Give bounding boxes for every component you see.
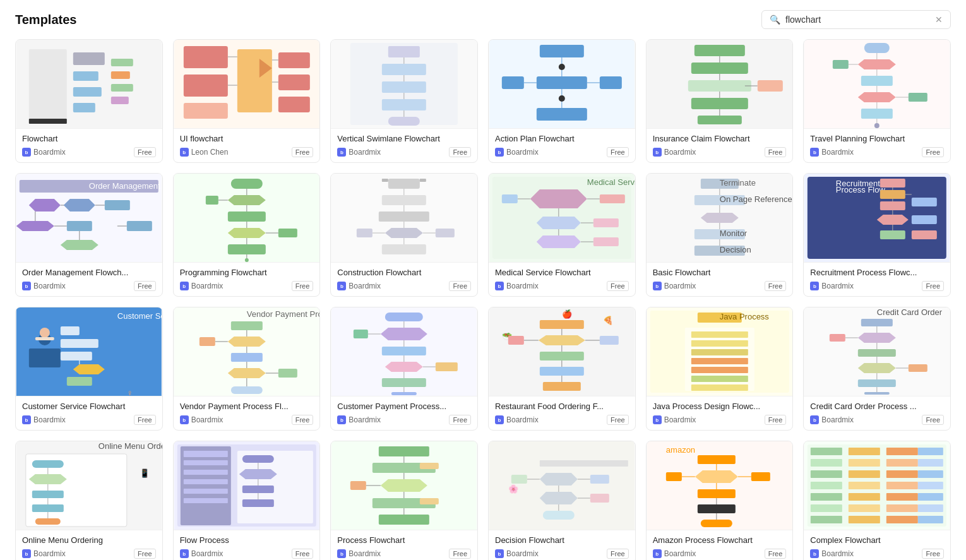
template-card[interactable]: Process FlowchartbBoardmixFree xyxy=(330,441,478,560)
card-title: Customer Service Flowchart xyxy=(22,402,156,411)
svg-rect-339 xyxy=(886,448,918,455)
card-meta: bBoardmixFree xyxy=(653,549,787,559)
boardmix-logo: b xyxy=(495,148,504,157)
card-author: bBoardmix xyxy=(495,282,539,290)
svg-rect-355 xyxy=(886,493,918,501)
svg-rect-272 xyxy=(32,504,64,512)
svg-rect-58 xyxy=(757,80,782,92)
card-title: Basic Flowchart xyxy=(653,268,787,277)
card-info: Insurance Claim FlowchartbBoardmixFree xyxy=(647,128,793,162)
template-preview: Customer Service ♀ xyxy=(16,307,162,396)
search-input[interactable] xyxy=(785,15,930,25)
card-meta: bBoardmixFree xyxy=(810,549,944,559)
card-title: Complex Flowchart xyxy=(810,535,944,545)
svg-rect-215 xyxy=(391,392,417,395)
template-card[interactable]: Java Process Java Process Design Flowc..… xyxy=(646,307,794,431)
svg-text:Java Process: Java Process xyxy=(719,312,769,321)
svg-rect-170 xyxy=(912,230,937,239)
boardmix-logo: b xyxy=(810,148,819,157)
boardmix-logo: b xyxy=(653,415,662,424)
template-card[interactable]: Construction FlowchartbBoardmixFree xyxy=(330,173,478,297)
template-card[interactable]: Recruitment Process Flow Recruitment Pro… xyxy=(803,173,951,297)
svg-rect-228 xyxy=(508,336,524,345)
template-card[interactable]: Complex FlowchartbBoardmixFree xyxy=(803,441,951,560)
free-badge: Free xyxy=(765,549,787,559)
svg-rect-177 xyxy=(35,337,54,340)
card-title: Vertical Swimlane Flowchart xyxy=(337,134,471,143)
svg-rect-283 xyxy=(183,498,227,503)
template-preview xyxy=(331,441,477,530)
svg-rect-94 xyxy=(230,179,262,189)
template-card[interactable]: 🍎 🍕 🥗 Restaurant Food Ordering F...bBoar… xyxy=(488,307,636,431)
svg-text:On Page Reference: On Page Reference xyxy=(719,194,792,204)
svg-rect-19 xyxy=(278,97,309,112)
boardmix-logo: b xyxy=(810,282,819,290)
template-card[interactable]: UI flowchartbLeon ChenFree xyxy=(173,39,321,163)
svg-rect-346 xyxy=(849,470,880,478)
svg-rect-363 xyxy=(886,516,918,523)
template-card[interactable]: Medical Service Medical Service Flowchar… xyxy=(488,173,636,297)
svg-marker-297 xyxy=(381,479,427,492)
template-card[interactable]: Action Plan FlowchartbBoardmixFree xyxy=(488,39,636,163)
template-card[interactable]: Customer Payment Process...bBoardmixFree xyxy=(330,307,478,431)
template-card[interactable]: Online Menu Ordering 📱 Online Menu Order… xyxy=(15,441,163,560)
svg-rect-160 xyxy=(880,190,905,199)
free-badge: Free xyxy=(449,147,471,157)
template-card[interactable]: Vertical Swimlane FlowchartbBoardmixFree xyxy=(330,39,478,163)
page-title: Templates xyxy=(15,13,76,27)
boardmix-logo: b xyxy=(337,415,346,424)
card-info: Restaurant Food Ordering F...bBoardmixFr… xyxy=(489,396,635,430)
svg-rect-106 xyxy=(227,244,265,254)
svg-rect-342 xyxy=(849,459,880,467)
template-card[interactable]: amazon Amazon Process FlowchartbBoardmix… xyxy=(646,441,794,560)
card-title: Credit Card Order Process ... xyxy=(810,402,944,411)
template-card[interactable]: Programming FlowchartbBoardmixFree xyxy=(173,173,321,297)
svg-rect-277 xyxy=(180,446,230,525)
svg-rect-360 xyxy=(918,504,943,512)
svg-rect-175 xyxy=(29,349,61,367)
author-name: Boardmix xyxy=(664,549,696,558)
svg-rect-138 xyxy=(593,218,619,227)
svg-rect-299 xyxy=(350,481,366,490)
svg-rect-213 xyxy=(382,378,426,387)
template-card[interactable]: Order Management Order Management Flowch… xyxy=(15,173,163,297)
card-info: Programming FlowchartbBoardmixFree xyxy=(174,262,320,296)
svg-marker-70 xyxy=(858,92,896,102)
card-author: bBoardmix xyxy=(22,148,66,157)
template-card[interactable]: Vendor Payment Processing Vendor Payment… xyxy=(173,307,321,431)
template-card[interactable]: Customer Service ♀ Customer Service Flow… xyxy=(15,307,163,431)
svg-marker-80 xyxy=(29,199,61,211)
search-bar[interactable]: 🔍 ✕ xyxy=(761,10,951,29)
template-card[interactable]: FlowchartbBoardmixFree xyxy=(15,39,163,163)
template-card[interactable]: Flow ProcessbBoardmixFree xyxy=(173,441,321,560)
card-meta: bBoardmixFree xyxy=(180,415,314,425)
template-card[interactable]: Terminate On Page Reference Monitor Deci… xyxy=(646,173,794,297)
template-card[interactable]: Travel Planning FlowchartbBoardmixFree xyxy=(803,39,951,163)
svg-rect-7 xyxy=(111,71,130,79)
svg-text:Customer Service: Customer Service xyxy=(117,311,162,321)
template-preview: Java Process xyxy=(647,307,793,396)
clear-icon[interactable]: ✕ xyxy=(935,15,943,25)
template-grid: FlowchartbBoardmixFree UI flowchartbLeon… xyxy=(0,34,966,560)
template-card[interactable]: Credit Card Order Credit Card Order Proc… xyxy=(803,307,951,431)
author-name: Boardmix xyxy=(821,148,854,157)
svg-rect-313 xyxy=(511,475,527,484)
free-badge: Free xyxy=(292,415,314,425)
card-title: Restaurant Food Ordering F... xyxy=(495,402,629,411)
svg-rect-14 xyxy=(183,103,227,119)
template-card[interactable]: 🌸 Decision FlowchartbBoardmixFree xyxy=(488,441,636,560)
template-card[interactable]: Insurance Claim FlowchartbBoardmixFree xyxy=(646,39,794,163)
boardmix-logo: b xyxy=(495,282,504,290)
svg-marker-255 xyxy=(858,363,896,373)
svg-rect-364 xyxy=(918,516,943,523)
author-name: Boardmix xyxy=(33,148,66,157)
svg-rect-351 xyxy=(886,482,918,489)
svg-rect-244 xyxy=(691,384,748,391)
author-name: Boardmix xyxy=(821,549,854,558)
svg-rect-124 xyxy=(420,179,426,182)
card-title: Online Menu Ordering xyxy=(22,535,156,545)
svg-text:Monitor: Monitor xyxy=(719,229,747,238)
svg-rect-100 xyxy=(227,211,265,222)
svg-rect-180 xyxy=(61,352,92,360)
card-title: Medical Service Flowchart xyxy=(495,268,629,277)
